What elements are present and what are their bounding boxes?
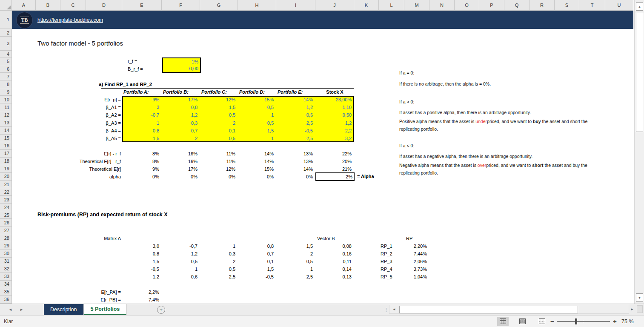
row-header-19[interactable]: 19 bbox=[0, 165, 12, 173]
zoom-out-button[interactable]: − bbox=[550, 316, 554, 327]
zoom-level-text[interactable]: 75 % bbox=[621, 316, 634, 327]
page-layout-view-button[interactable] bbox=[517, 317, 528, 326]
rf-value[interactable]: 1% bbox=[163, 59, 200, 64]
row-header-21[interactable]: 21 bbox=[0, 181, 12, 188]
input-cell[interactable]: 1,2 bbox=[316, 119, 352, 127]
input-cell[interactable]: 3,2 bbox=[316, 135, 352, 142]
select-all-corner[interactable] bbox=[0, 0, 12, 11]
scroll-right-button[interactable]: ► bbox=[628, 305, 636, 313]
column-header-K[interactable]: K bbox=[354, 0, 379, 11]
input-cell[interactable]: -0,5 bbox=[239, 103, 274, 111]
row-header-7[interactable]: 7 bbox=[0, 73, 12, 80]
tab-nav-right-button[interactable]: ► bbox=[20, 304, 23, 315]
input-cell[interactable]: 0,50 bbox=[316, 111, 352, 119]
scroll-up-button[interactable]: ▲ bbox=[636, 2, 643, 11]
add-sheet-button[interactable]: + bbox=[157, 306, 165, 314]
row-header-8[interactable]: 8 bbox=[0, 80, 12, 88]
row-header-23[interactable]: 23 bbox=[0, 196, 12, 204]
horizontal-scrollbar-thumb[interactable] bbox=[399, 306, 578, 313]
sheet-tab-description[interactable]: Description bbox=[44, 304, 84, 315]
row-header-20[interactable]: 20 bbox=[0, 173, 12, 181]
input-cell[interactable]: 0,7 bbox=[163, 127, 197, 135]
rf-label[interactable]: r_f = bbox=[128, 57, 162, 65]
input-cell[interactable]: 2,2 bbox=[316, 127, 352, 135]
input-cell[interactable]: 1,5 bbox=[123, 135, 159, 142]
brf-value[interactable]: 0,00 bbox=[163, 66, 200, 71]
input-cell[interactable]: 0,5 bbox=[239, 119, 274, 127]
normal-view-button[interactable] bbox=[497, 317, 509, 326]
input-cell[interactable]: 23,00% bbox=[316, 96, 352, 103]
zoom-slider-thumb[interactable] bbox=[575, 318, 577, 324]
brf-label[interactable]: B_r_f = bbox=[128, 65, 162, 73]
template-buddies-link[interactable]: https://template-buddies.com bbox=[37, 11, 103, 29]
row-header-10[interactable]: 10 bbox=[0, 96, 12, 103]
zoom-slider-track[interactable] bbox=[557, 321, 610, 322]
input-cell[interactable]: 2,5 bbox=[277, 119, 313, 127]
row-header-6[interactable]: 6 bbox=[0, 65, 12, 73]
row-header-1[interactable]: 1 bbox=[0, 11, 12, 29]
row-header-28[interactable]: 28 bbox=[0, 234, 12, 242]
input-cell[interactable]: 2 bbox=[201, 119, 235, 127]
row-header-4[interactable]: 4 bbox=[0, 51, 12, 57]
row-header-3[interactable]: 3 bbox=[0, 37, 12, 51]
row-header-27[interactable]: 27 bbox=[0, 227, 12, 234]
row-header-30[interactable]: 30 bbox=[0, 250, 12, 258]
column-header-H[interactable]: H bbox=[238, 0, 276, 11]
scroll-down-button[interactable]: ▼ bbox=[636, 293, 643, 302]
input-cell[interactable]: 1,2 bbox=[277, 103, 313, 111]
input-cell[interactable]: -0,5 bbox=[277, 127, 313, 135]
input-cell[interactable]: 0,8 bbox=[123, 127, 159, 135]
zoom-in-button[interactable]: + bbox=[613, 316, 617, 327]
row-header-22[interactable]: 22 bbox=[0, 188, 12, 196]
column-header-D[interactable]: D bbox=[86, 0, 122, 11]
input-cell[interactable]: 0,5 bbox=[201, 111, 235, 119]
column-header-U[interactable]: U bbox=[605, 0, 633, 11]
column-header-F[interactable]: F bbox=[162, 0, 200, 11]
input-cell[interactable]: -0,7 bbox=[123, 111, 159, 119]
row-header-11[interactable]: 11 bbox=[0, 103, 12, 111]
page-break-preview-button[interactable] bbox=[536, 317, 548, 326]
row-header-17[interactable]: 17 bbox=[0, 150, 12, 158]
row-header-5[interactable]: 5 bbox=[0, 57, 12, 65]
column-header-B[interactable]: B bbox=[36, 0, 60, 11]
input-cell[interactable]: 1,10 bbox=[316, 103, 352, 111]
row-header-35[interactable]: 35 bbox=[0, 288, 12, 296]
input-cell[interactable]: 0,8 bbox=[163, 103, 197, 111]
row-header-18[interactable]: 18 bbox=[0, 158, 12, 165]
row-header-13[interactable]: 13 bbox=[0, 119, 12, 127]
vertical-scrollbar-thumb[interactable] bbox=[636, 13, 643, 132]
input-cell[interactable]: 17% bbox=[163, 96, 197, 103]
row-header-36[interactable]: 36 bbox=[0, 296, 12, 304]
row-header-24[interactable]: 24 bbox=[0, 204, 12, 211]
input-cell[interactable]: 2 bbox=[163, 135, 197, 142]
sheet-tab-5-portfolios[interactable]: 5 Portfolios bbox=[84, 304, 127, 315]
input-cell[interactable]: 14% bbox=[277, 96, 313, 103]
row-header-32[interactable]: 32 bbox=[0, 265, 12, 273]
input-cell[interactable]: 0,6 bbox=[277, 111, 313, 119]
column-header-E[interactable]: E bbox=[122, 0, 162, 11]
row-header-33[interactable]: 33 bbox=[0, 273, 12, 281]
row-header-2[interactable]: 2 bbox=[0, 29, 12, 37]
row-header-29[interactable]: 29 bbox=[0, 242, 12, 250]
column-header-I[interactable]: I bbox=[276, 0, 315, 11]
input-cell[interactable]: 0,3 bbox=[163, 119, 197, 127]
input-cell[interactable]: 1 bbox=[123, 119, 159, 127]
row-header-9[interactable]: 9 bbox=[0, 88, 12, 96]
row-header-31[interactable]: 31 bbox=[0, 258, 12, 265]
input-cell[interactable]: 9% bbox=[123, 96, 159, 103]
row-header-26[interactable]: 26 bbox=[0, 219, 12, 227]
row-header-12[interactable]: 12 bbox=[0, 111, 12, 119]
input-cell[interactable]: 1,5 bbox=[201, 103, 235, 111]
input-cell[interactable]: -0,5 bbox=[201, 135, 235, 142]
input-cell[interactable]: 12% bbox=[201, 96, 235, 103]
scroll-left-button[interactable]: ◄ bbox=[390, 305, 398, 313]
param-input-box[interactable]: 1% 0,00 bbox=[162, 57, 201, 73]
row-header-15[interactable]: 15 bbox=[0, 135, 12, 142]
input-cell[interactable]: 1 bbox=[239, 111, 274, 119]
input-cell[interactable]: 2,5 bbox=[277, 135, 313, 142]
row-header-25[interactable]: 25 bbox=[0, 211, 12, 219]
column-header-G[interactable]: G bbox=[200, 0, 238, 11]
row-header-14[interactable]: 14 bbox=[0, 127, 12, 135]
input-cell[interactable]: 1,2 bbox=[163, 111, 197, 119]
tab-nav-left-button[interactable]: ◄ bbox=[9, 304, 12, 315]
